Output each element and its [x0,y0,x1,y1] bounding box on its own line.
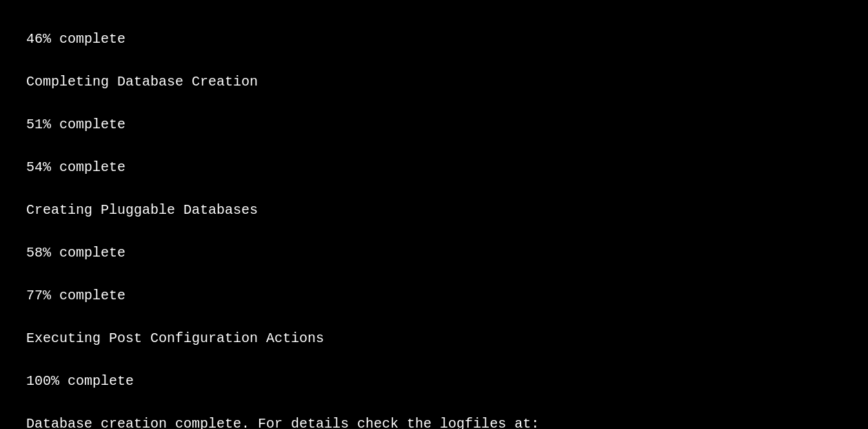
line-77-complete: 77% complete [26,288,125,303]
line-completing-db: Completing Database Creation [26,74,258,90]
line-58-complete: 58% complete [26,245,125,261]
line-100-complete: 100% complete [26,373,134,389]
terminal-output: 46% complete Completing Database Creatio… [10,7,858,429]
line-executing-post: Executing Post Configuration Actions [26,330,324,346]
line-creating-pluggable: Creating Pluggable Databases [26,202,258,218]
line-51-complete: 51% complete [26,117,125,132]
line-db-creation-complete: Database creation complete. For details … [26,416,539,429]
line-46-complete: 46% complete [26,31,125,47]
line-54-complete: 54% complete [26,159,125,175]
